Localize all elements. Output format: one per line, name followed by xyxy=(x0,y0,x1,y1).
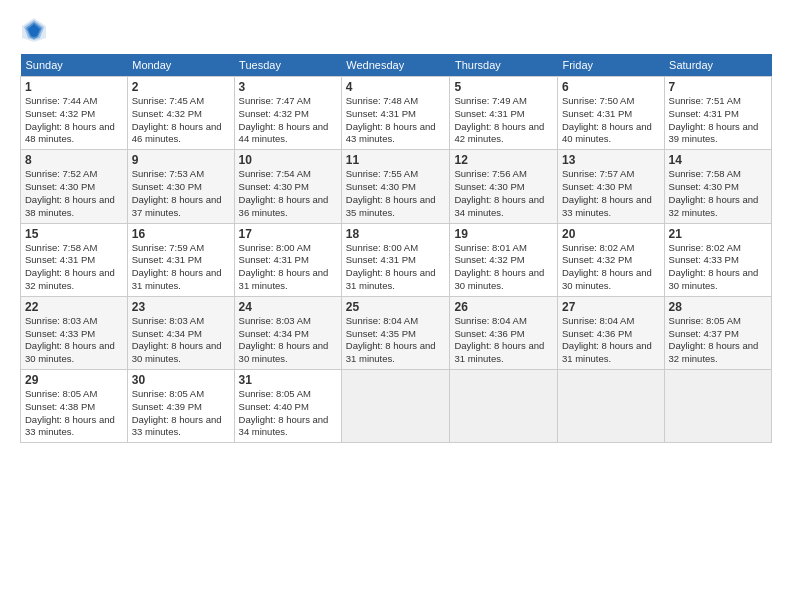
calendar-cell: 6Sunrise: 7:50 AMSunset: 4:31 PMDaylight… xyxy=(557,77,664,150)
day-number: 18 xyxy=(346,227,446,241)
day-number: 31 xyxy=(239,373,337,387)
day-info: Sunrise: 7:53 AMSunset: 4:30 PMDaylight:… xyxy=(132,168,222,217)
calendar-cell: 11Sunrise: 7:55 AMSunset: 4:30 PMDayligh… xyxy=(341,150,450,223)
calendar-cell: 9Sunrise: 7:53 AMSunset: 4:30 PMDaylight… xyxy=(127,150,234,223)
day-number: 4 xyxy=(346,80,446,94)
day-number: 28 xyxy=(669,300,767,314)
calendar-cell: 12Sunrise: 7:56 AMSunset: 4:30 PMDayligh… xyxy=(450,150,558,223)
weekday-header-wednesday: Wednesday xyxy=(341,54,450,77)
calendar-cell: 13Sunrise: 7:57 AMSunset: 4:30 PMDayligh… xyxy=(557,150,664,223)
day-number: 21 xyxy=(669,227,767,241)
week-row-4: 22Sunrise: 8:03 AMSunset: 4:33 PMDayligh… xyxy=(21,296,772,369)
weekday-header-friday: Friday xyxy=(557,54,664,77)
day-number: 2 xyxy=(132,80,230,94)
day-info: Sunrise: 8:05 AMSunset: 4:40 PMDaylight:… xyxy=(239,388,329,437)
day-info: Sunrise: 7:51 AMSunset: 4:31 PMDaylight:… xyxy=(669,95,759,144)
calendar-cell: 26Sunrise: 8:04 AMSunset: 4:36 PMDayligh… xyxy=(450,296,558,369)
header xyxy=(20,16,772,44)
calendar-cell xyxy=(557,370,664,443)
day-number: 30 xyxy=(132,373,230,387)
calendar-cell: 15Sunrise: 7:58 AMSunset: 4:31 PMDayligh… xyxy=(21,223,128,296)
day-info: Sunrise: 7:56 AMSunset: 4:30 PMDaylight:… xyxy=(454,168,544,217)
day-number: 3 xyxy=(239,80,337,94)
calendar-table: SundayMondayTuesdayWednesdayThursdayFrid… xyxy=(20,54,772,443)
day-info: Sunrise: 7:45 AMSunset: 4:32 PMDaylight:… xyxy=(132,95,222,144)
day-info: Sunrise: 8:03 AMSunset: 4:34 PMDaylight:… xyxy=(132,315,222,364)
day-number: 5 xyxy=(454,80,553,94)
week-row-5: 29Sunrise: 8:05 AMSunset: 4:38 PMDayligh… xyxy=(21,370,772,443)
weekday-header-monday: Monday xyxy=(127,54,234,77)
week-row-3: 15Sunrise: 7:58 AMSunset: 4:31 PMDayligh… xyxy=(21,223,772,296)
day-number: 6 xyxy=(562,80,660,94)
calendar-cell: 20Sunrise: 8:02 AMSunset: 4:32 PMDayligh… xyxy=(557,223,664,296)
day-info: Sunrise: 8:04 AMSunset: 4:35 PMDaylight:… xyxy=(346,315,436,364)
calendar-cell: 3Sunrise: 7:47 AMSunset: 4:32 PMDaylight… xyxy=(234,77,341,150)
calendar-cell xyxy=(664,370,771,443)
day-number: 24 xyxy=(239,300,337,314)
day-info: Sunrise: 8:02 AMSunset: 4:33 PMDaylight:… xyxy=(669,242,759,291)
calendar-cell: 18Sunrise: 8:00 AMSunset: 4:31 PMDayligh… xyxy=(341,223,450,296)
day-number: 15 xyxy=(25,227,123,241)
weekday-header-thursday: Thursday xyxy=(450,54,558,77)
day-number: 29 xyxy=(25,373,123,387)
calendar-cell: 27Sunrise: 8:04 AMSunset: 4:36 PMDayligh… xyxy=(557,296,664,369)
day-info: Sunrise: 8:03 AMSunset: 4:34 PMDaylight:… xyxy=(239,315,329,364)
day-info: Sunrise: 8:00 AMSunset: 4:31 PMDaylight:… xyxy=(346,242,436,291)
day-info: Sunrise: 7:55 AMSunset: 4:30 PMDaylight:… xyxy=(346,168,436,217)
calendar-cell: 2Sunrise: 7:45 AMSunset: 4:32 PMDaylight… xyxy=(127,77,234,150)
day-number: 26 xyxy=(454,300,553,314)
week-row-2: 8Sunrise: 7:52 AMSunset: 4:30 PMDaylight… xyxy=(21,150,772,223)
calendar-cell: 14Sunrise: 7:58 AMSunset: 4:30 PMDayligh… xyxy=(664,150,771,223)
calendar-cell: 25Sunrise: 8:04 AMSunset: 4:35 PMDayligh… xyxy=(341,296,450,369)
weekday-header-row: SundayMondayTuesdayWednesdayThursdayFrid… xyxy=(21,54,772,77)
day-number: 20 xyxy=(562,227,660,241)
day-number: 23 xyxy=(132,300,230,314)
week-row-1: 1Sunrise: 7:44 AMSunset: 4:32 PMDaylight… xyxy=(21,77,772,150)
day-info: Sunrise: 7:57 AMSunset: 4:30 PMDaylight:… xyxy=(562,168,652,217)
day-info: Sunrise: 8:05 AMSunset: 4:39 PMDaylight:… xyxy=(132,388,222,437)
page: SundayMondayTuesdayWednesdayThursdayFrid… xyxy=(0,0,792,612)
day-number: 7 xyxy=(669,80,767,94)
calendar-cell: 31Sunrise: 8:05 AMSunset: 4:40 PMDayligh… xyxy=(234,370,341,443)
day-info: Sunrise: 7:59 AMSunset: 4:31 PMDaylight:… xyxy=(132,242,222,291)
weekday-header-saturday: Saturday xyxy=(664,54,771,77)
day-number: 8 xyxy=(25,153,123,167)
day-info: Sunrise: 8:00 AMSunset: 4:31 PMDaylight:… xyxy=(239,242,329,291)
calendar-cell xyxy=(341,370,450,443)
day-info: Sunrise: 7:47 AMSunset: 4:32 PMDaylight:… xyxy=(239,95,329,144)
day-info: Sunrise: 7:50 AMSunset: 4:31 PMDaylight:… xyxy=(562,95,652,144)
calendar-cell: 24Sunrise: 8:03 AMSunset: 4:34 PMDayligh… xyxy=(234,296,341,369)
weekday-header-sunday: Sunday xyxy=(21,54,128,77)
calendar-cell: 7Sunrise: 7:51 AMSunset: 4:31 PMDaylight… xyxy=(664,77,771,150)
day-info: Sunrise: 7:44 AMSunset: 4:32 PMDaylight:… xyxy=(25,95,115,144)
calendar-cell: 19Sunrise: 8:01 AMSunset: 4:32 PMDayligh… xyxy=(450,223,558,296)
day-number: 16 xyxy=(132,227,230,241)
day-info: Sunrise: 8:04 AMSunset: 4:36 PMDaylight:… xyxy=(562,315,652,364)
day-info: Sunrise: 7:58 AMSunset: 4:31 PMDaylight:… xyxy=(25,242,115,291)
calendar-cell: 29Sunrise: 8:05 AMSunset: 4:38 PMDayligh… xyxy=(21,370,128,443)
calendar-cell: 21Sunrise: 8:02 AMSunset: 4:33 PMDayligh… xyxy=(664,223,771,296)
day-info: Sunrise: 8:01 AMSunset: 4:32 PMDaylight:… xyxy=(454,242,544,291)
day-info: Sunrise: 8:05 AMSunset: 4:38 PMDaylight:… xyxy=(25,388,115,437)
day-number: 13 xyxy=(562,153,660,167)
day-number: 22 xyxy=(25,300,123,314)
calendar-cell: 5Sunrise: 7:49 AMSunset: 4:31 PMDaylight… xyxy=(450,77,558,150)
day-info: Sunrise: 8:02 AMSunset: 4:32 PMDaylight:… xyxy=(562,242,652,291)
day-number: 27 xyxy=(562,300,660,314)
day-info: Sunrise: 7:48 AMSunset: 4:31 PMDaylight:… xyxy=(346,95,436,144)
day-number: 9 xyxy=(132,153,230,167)
calendar-cell xyxy=(450,370,558,443)
weekday-header-tuesday: Tuesday xyxy=(234,54,341,77)
day-info: Sunrise: 7:54 AMSunset: 4:30 PMDaylight:… xyxy=(239,168,329,217)
day-info: Sunrise: 7:52 AMSunset: 4:30 PMDaylight:… xyxy=(25,168,115,217)
day-info: Sunrise: 8:05 AMSunset: 4:37 PMDaylight:… xyxy=(669,315,759,364)
day-number: 10 xyxy=(239,153,337,167)
day-number: 19 xyxy=(454,227,553,241)
logo xyxy=(20,16,50,44)
logo-icon xyxy=(20,16,48,44)
calendar-cell: 30Sunrise: 8:05 AMSunset: 4:39 PMDayligh… xyxy=(127,370,234,443)
day-number: 14 xyxy=(669,153,767,167)
calendar-cell: 1Sunrise: 7:44 AMSunset: 4:32 PMDaylight… xyxy=(21,77,128,150)
day-info: Sunrise: 7:49 AMSunset: 4:31 PMDaylight:… xyxy=(454,95,544,144)
calendar-cell: 22Sunrise: 8:03 AMSunset: 4:33 PMDayligh… xyxy=(21,296,128,369)
